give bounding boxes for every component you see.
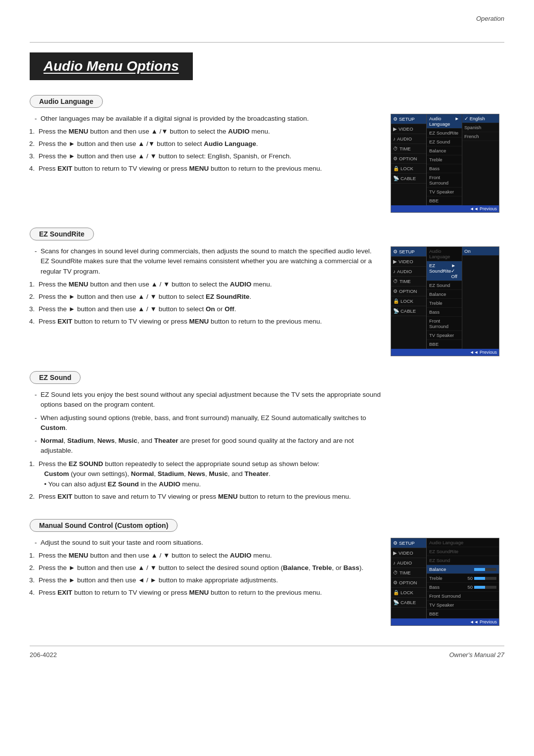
tv3-sidebar-time: ⏱TIME — [391, 568, 426, 578]
manual-sound-text: Adjust the sound to suit your taste and … — [30, 538, 381, 600]
step-item: Press the ► button and then use ▲ / ▼ bu… — [37, 563, 381, 573]
audio-language-bullet-0: Other languages may be available if a di… — [35, 114, 381, 124]
tv-screenshot-3: ⚙SETUP ▶VIDEO ♪AUDIO ⏱TIME ⚙OPTION 🔒LOCK… — [391, 538, 499, 626]
tv2-option-bbe: BBE — [427, 340, 462, 349]
tv2-right-on: On — [462, 247, 499, 256]
tv-right-2: On — [462, 247, 499, 349]
tv-right-english: ✓ English — [462, 114, 499, 123]
tv-center-2: Audio Language EZ SoundRite ► ✓ Off EZ S… — [427, 247, 462, 349]
audio-language-steps: Press the MENU button and then use ▲ /▼ … — [37, 127, 381, 174]
tv-option-ezsound: EZ Sound — [427, 138, 462, 146]
tv3-option-treble: Treble 50 — [427, 574, 499, 583]
step-item: Press the MENU button and then use ▲ / ▼… — [37, 551, 381, 561]
section-manual-sound: Manual Sound Control (Custom option) Adj… — [30, 519, 504, 626]
footer: 206-4022 Owner's Manual 27 — [30, 646, 504, 659]
tv-menu-1: ⚙SETUP ▶VIDEO ♪AUDIO ⏱TIME ⚙OPTION 🔒LOCK… — [391, 114, 504, 213]
tv-bottom-bar-2: ◄◄ Previous — [391, 349, 499, 356]
tv-sidebar-1: ⚙SETUP ▶VIDEO ♪AUDIO ⏱TIME ⚙OPTION 🔒LOCK… — [391, 114, 427, 205]
ez-sound-bullet-1: When adjusting sound options (treble, ba… — [35, 413, 381, 433]
tv2-sidebar-lock: 🔒LOCK — [391, 296, 426, 306]
tv2-option-tvspeaker: TV Speaker — [427, 331, 462, 340]
section-ez-soundrite: EZ SoundRite Scans for changes in sound … — [30, 228, 504, 356]
section-ez-sound: EZ Sound EZ Sound lets you enjoy the bes… — [30, 371, 504, 504]
footer-right: Owner's Manual 27 — [449, 651, 504, 659]
tv-screenshot-1: ⚙SETUP ▶VIDEO ♪AUDIO ⏱TIME ⚙OPTION 🔒LOCK… — [391, 114, 499, 213]
tv3-option-frontsurround: Front Surround — [427, 592, 499, 601]
tv2-sidebar-cable: 📡CABLE — [391, 306, 426, 316]
tv3-sidebar-setup: ⚙SETUP — [391, 538, 426, 548]
tv3-option-tvspeaker: TV Speaker — [427, 601, 499, 610]
step-item: Press EXIT button to return to TV viewin… — [37, 317, 381, 327]
tv-option-bbe: BBE — [427, 196, 462, 205]
tv-sidebar-3: ⚙SETUP ▶VIDEO ♪AUDIO ⏱TIME ⚙OPTION 🔒LOCK… — [391, 538, 427, 618]
tv-right-1: ✓ English Spanish French — [462, 114, 499, 205]
tv-sidebar-lock: 🔒LOCK — [391, 164, 426, 174]
step-item: Press the EZ SOUND button repeatedly to … — [37, 459, 381, 490]
manual-sound-bullet: Adjust the sound to suit your taste and … — [35, 538, 381, 548]
ez-soundrite-bullet: Scans for changes in sound level during … — [35, 246, 381, 277]
tv-menu-3: ⚙SETUP ▶VIDEO ♪AUDIO ⏱TIME ⚙OPTION 🔒LOCK… — [391, 538, 504, 626]
tv2-sidebar-audio: ♪AUDIO — [391, 267, 426, 277]
tv-sidebar-time: ⏱TIME — [391, 144, 426, 154]
tv2-option-soundrite: EZ SoundRite ► ✓ Off — [427, 261, 462, 281]
ez-sound-bullet-2: Normal, Stadium, News, Music, and Theate… — [35, 436, 381, 456]
tv-sidebar-option: ⚙OPTION — [391, 154, 426, 164]
step-item: Press the ► button and then use ▲ /▼ but… — [37, 139, 381, 149]
tv2-option-audio-lang: Audio Language — [427, 247, 462, 261]
tv-option-frontsurround: Front Surround — [427, 173, 462, 188]
step-item: Press the ► button and then use ◄ / ► bu… — [37, 575, 381, 586]
tv2-sidebar-option: ⚙OPTION — [391, 286, 426, 296]
page: Operation Audio Menu Options Audio Langu… — [0, 0, 534, 756]
section-header-manual-sound: Manual Sound Control (Custom option) — [30, 519, 178, 532]
tv3-sidebar-cable: 📡CABLE — [391, 598, 426, 608]
tv3-sidebar-video: ▶VIDEO — [391, 548, 426, 558]
step-item: Press the ► button and then use ▲ / ▼ bu… — [37, 292, 381, 302]
tv-option-treble: Treble — [427, 155, 462, 164]
tv-sidebar-cable: 📡CABLE — [391, 174, 426, 184]
tv3-sidebar-option: ⚙OPTION — [391, 578, 426, 588]
footer-left: 206-4022 — [30, 651, 57, 659]
step-item: Press EXIT button to save and return to … — [37, 492, 381, 502]
step-item: Press the ► button and then use ▲ / ▼ bu… — [37, 151, 381, 162]
section-header-audio-language: Audio Language — [30, 95, 103, 108]
tv-sidebar-2: ⚙SETUP ▶VIDEO ♪AUDIO ⏱TIME ⚙OPTION 🔒LOCK… — [391, 247, 427, 349]
tv2-option-bass: Bass — [427, 308, 462, 317]
tv2-option-ezsound: EZ Sound — [427, 281, 462, 290]
ez-sound-steps: Press the EZ SOUND button repeatedly to … — [37, 459, 381, 503]
tv2-option-treble: Treble — [427, 299, 462, 308]
tv2-sidebar-time: ⏱TIME — [391, 277, 426, 286]
section-header-ez-sound: EZ Sound — [30, 371, 81, 384]
tv-center-3: Audio Language EZ SoundRite EZ Sound Bal… — [427, 538, 499, 618]
tv-bottom-bar-3: ◄◄ Previous — [391, 618, 499, 625]
ez-sound-bullet-0: EZ Sound lets you enjoy the best sound w… — [35, 390, 381, 410]
tv3-option-soundrite: EZ SoundRite — [427, 547, 499, 556]
tv-option-bass: Bass — [427, 164, 462, 173]
tv-sidebar-video: ▶VIDEO — [391, 124, 426, 134]
tv2-sidebar-video: ▶VIDEO — [391, 257, 426, 267]
ez-soundrite-text: Scans for changes in sound level during … — [30, 246, 381, 329]
tv3-sidebar-lock: 🔒LOCK — [391, 588, 426, 598]
step-item: Press the MENU button and then use ▲ / ▼… — [37, 280, 381, 290]
section-audio-language: Audio Language Other languages may be av… — [30, 95, 504, 213]
tv-option-audio-lang: Audio Language ► — [427, 114, 462, 129]
tv-option-balance: Balance — [427, 146, 462, 155]
tv-option-tvspeaker: TV Speaker — [427, 188, 462, 196]
audio-language-text: Other languages may be available if a di… — [30, 114, 381, 176]
step-item: Press EXIT button to return to TV viewin… — [37, 588, 381, 598]
tv-right-french: French — [462, 132, 499, 141]
step-item: Press EXIT button to return to TV viewin… — [37, 164, 381, 174]
tv3-option-bass: Bass 50 — [427, 583, 499, 592]
tv-screenshot-2: ⚙SETUP ▶VIDEO ♪AUDIO ⏱TIME ⚙OPTION 🔒LOCK… — [391, 246, 499, 356]
tv-right-spanish: Spanish — [462, 123, 499, 132]
tv-bottom-bar-1: ◄◄ Previous — [391, 205, 499, 212]
tv3-sidebar-audio: ♪AUDIO — [391, 558, 426, 568]
section-header-ez-soundrite: EZ SoundRite — [30, 228, 94, 240]
ez-sound-text: EZ Sound lets you enjoy the best sound w… — [30, 390, 381, 504]
tv3-option-bbe: BBE — [427, 610, 499, 618]
tv-sidebar-audio: ♪AUDIO — [391, 134, 426, 144]
tv2-option-frontsurround: Front Surround — [427, 317, 462, 331]
tv-center-1: Audio Language ► EZ SoundRite EZ Sound B… — [427, 114, 462, 205]
step-item: Press the ► button and then use ▲ / ▼ bu… — [37, 304, 381, 315]
tv2-option-balance: Balance — [427, 290, 462, 299]
tv3-option-balance: Balance — [427, 565, 499, 574]
